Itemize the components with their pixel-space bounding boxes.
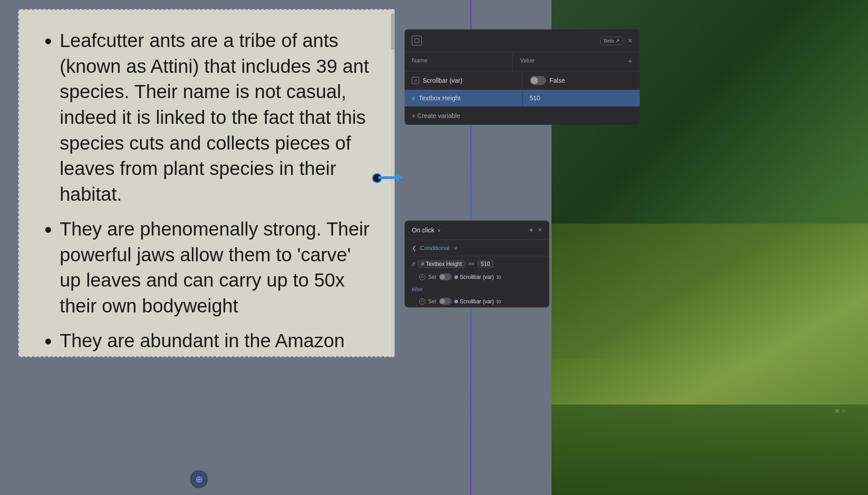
create-variable-label: + Create variable bbox=[412, 112, 460, 119]
ant-image bbox=[552, 224, 868, 405]
add-column-button[interactable]: + bbox=[621, 52, 640, 71]
conditional-dropdown-chevron: ∨ bbox=[454, 245, 458, 251]
conditional-row[interactable]: ❮ Conditional ∨ bbox=[405, 240, 549, 256]
if-row: if # Textbox Height >= 510 bbox=[405, 256, 549, 271]
variable-row-scrollbar[interactable]: ◎ Scrollbar (var) False bbox=[405, 71, 640, 90]
else-toggle-knob bbox=[440, 299, 445, 304]
conditional-label: Conditional bbox=[420, 245, 449, 251]
textbox-height-value-text: 510 bbox=[530, 94, 540, 102]
else-to-label: to bbox=[496, 298, 501, 305]
then-var-name: Scrollbar (var) bbox=[460, 274, 494, 280]
scroll-thumb[interactable] bbox=[391, 14, 395, 50]
scrollbar-icon: ◎ bbox=[412, 77, 419, 84]
onclick-title: On click ∨ bbox=[412, 226, 441, 234]
variable-row-textbox-height[interactable]: # Textbox Height 510 bbox=[405, 90, 640, 107]
panel-header-left bbox=[412, 36, 422, 46]
layout-icon bbox=[412, 36, 422, 46]
onclick-actions: + × bbox=[529, 226, 542, 234]
scrollbar-value-cell: False bbox=[523, 71, 640, 90]
external-link-icon: ↗ bbox=[615, 38, 619, 44]
column-value-header: Value bbox=[513, 52, 620, 71]
column-name-header: Name bbox=[405, 52, 513, 71]
else-action-clock-icon: ⏱ bbox=[419, 298, 425, 305]
variables-panel-close-button[interactable]: × bbox=[627, 36, 632, 46]
beta-label: Beta bbox=[604, 38, 614, 43]
condition-variable-name: Textbox Height bbox=[426, 261, 462, 267]
panel-columns: Name Value + bbox=[405, 52, 640, 71]
move-icon-button[interactable]: ⊕ bbox=[190, 470, 208, 488]
onclick-close-button[interactable]: × bbox=[538, 226, 542, 234]
else-var-name: Scrollbar (var) bbox=[460, 298, 494, 305]
then-action-row: ⏱ Set Scrollbar (var) to bbox=[405, 271, 549, 283]
then-set-label: Set bbox=[428, 274, 436, 280]
else-var-ref: Scrollbar (var) bbox=[454, 298, 494, 305]
layout-icon-inner bbox=[415, 38, 419, 43]
var-ref-dot bbox=[454, 275, 458, 279]
else-toggle[interactable] bbox=[439, 298, 452, 305]
if-keyword: if bbox=[412, 261, 415, 268]
textbox-height-var-name: Textbox Height bbox=[419, 94, 461, 102]
then-toggle[interactable] bbox=[439, 273, 452, 280]
onclick-header: On click ∨ + × bbox=[405, 221, 549, 240]
condition-value: 510 bbox=[481, 261, 490, 267]
canvas: ⊞ ⊞ Leafcutter ants are a tribe of ants … bbox=[0, 0, 868, 495]
textbox-height-value-cell: 510 bbox=[523, 90, 640, 106]
create-variable-button[interactable]: + Create variable bbox=[405, 107, 640, 125]
move-icon-symbol: ⊕ bbox=[195, 474, 203, 485]
toggle-knob bbox=[531, 77, 538, 84]
scrollbar-value-text: False bbox=[550, 77, 565, 84]
condition-operator: >= bbox=[468, 261, 475, 267]
else-label: else bbox=[405, 283, 549, 295]
variables-panel: Beta ↗ × Name Value + ◎ Scrollbar (var) bbox=[405, 29, 640, 125]
svg-marker-0 bbox=[378, 174, 403, 182]
scrollbar-var-name: Scrollbar (var) bbox=[423, 77, 462, 84]
then-to-label: to bbox=[496, 274, 501, 280]
else-action-row: ⏱ Set Scrollbar (var) to bbox=[405, 295, 549, 307]
onclick-title-text: On click bbox=[412, 226, 434, 234]
caption-icon: ⊞ bbox=[835, 408, 839, 414]
scrollbar-name-cell: ◎ Scrollbar (var) bbox=[405, 72, 523, 89]
scrollbar-toggle[interactable] bbox=[530, 76, 546, 85]
condition-variable-chip[interactable]: # Textbox Height bbox=[418, 260, 466, 268]
then-action-clock-icon: ⏱ bbox=[419, 274, 425, 280]
image-caption: ⊞ ⊞ bbox=[835, 408, 845, 414]
onclick-chevron: ∨ bbox=[437, 227, 441, 233]
list-item: Leafcutter ants are a tribe of ants (kno… bbox=[60, 28, 370, 207]
bullet-list: Leafcutter ants are a tribe of ants (kno… bbox=[42, 28, 370, 357]
conditional-chevron-icon: ❮ bbox=[412, 245, 416, 251]
onclick-add-button[interactable]: + bbox=[529, 226, 533, 234]
textbox-height-name-cell: # Textbox Height bbox=[405, 90, 523, 106]
panel-header: Beta ↗ × bbox=[405, 29, 640, 52]
condition-hash-icon: # bbox=[421, 261, 425, 267]
condition-value-chip[interactable]: 510 bbox=[477, 260, 494, 268]
scrollbar-icon-symbol: ◎ bbox=[414, 79, 417, 83]
hash-icon: # bbox=[412, 95, 415, 102]
beta-badge: Beta ↗ bbox=[600, 37, 623, 45]
list-item: They are phenomenally strong. Their powe… bbox=[60, 217, 370, 319]
else-var-ref-dot bbox=[454, 300, 458, 303]
then-toggle-knob bbox=[440, 274, 445, 279]
list-item: They are abundant in the Amazon and live… bbox=[60, 328, 370, 357]
content-box: Leafcutter ants are a tribe of ants (kno… bbox=[18, 9, 393, 357]
then-var-ref: Scrollbar (var) bbox=[454, 274, 494, 280]
else-set-label: Set bbox=[428, 298, 436, 305]
connection-arrow bbox=[378, 171, 403, 184]
onclick-panel: On click ∨ + × ❮ Conditional ∨ if # Text… bbox=[405, 221, 549, 307]
